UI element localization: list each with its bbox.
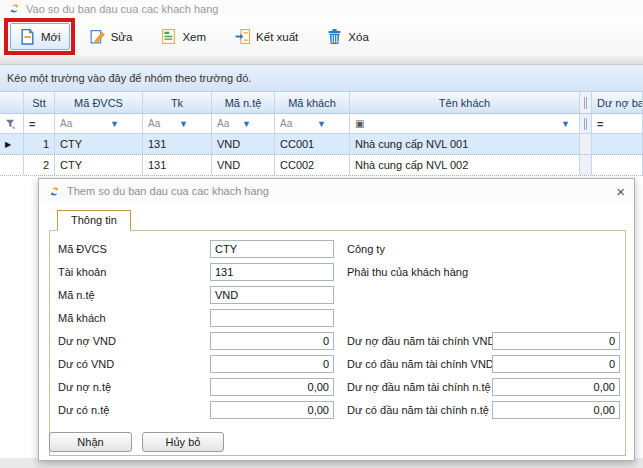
cell-ma-nte[interactable]: VND (212, 134, 275, 154)
delete-button-label: Xóa (348, 31, 368, 43)
cell-ma-khach[interactable]: CC002 (275, 155, 350, 175)
form-row-du-no-nte: Dư nợ n.tệ Dư nợ đầu năm tài chính n.tệ (50, 378, 625, 398)
column-header-ma-dvcs[interactable]: Mã ĐVCS (55, 92, 143, 113)
new-button-label: Mới (41, 31, 61, 43)
row-indicator (0, 155, 24, 175)
row-indicator-header (0, 92, 24, 113)
cancel-button[interactable]: Hủy bỏ (142, 432, 224, 452)
filter-ma-khach[interactable]: Aa▼ (275, 114, 350, 133)
filter-stt[interactable]: = (24, 114, 55, 133)
filter-ma-nte[interactable]: Aa▼ (212, 114, 275, 133)
view-button-label: Xem (182, 31, 206, 43)
edit-pencil-icon (89, 28, 106, 45)
field-label: Dư nợ n.tệ (58, 381, 111, 393)
column-header-ma-khach[interactable]: Mã khách (275, 92, 350, 113)
window-title: Vao so du ban dau cua cac khach hang (26, 3, 218, 15)
cell-du-no[interactable] (592, 155, 643, 175)
cell-ten-khach[interactable]: Nhà cung cấp NVL 001 (350, 134, 580, 154)
du-no-dau-nam-nte-input[interactable] (492, 378, 620, 396)
tab-thong-tin[interactable]: Thông tin (57, 210, 131, 231)
column-splitter (580, 134, 592, 154)
row-arrow-icon: ▶ (5, 140, 11, 149)
table-row[interactable]: 2 CTY 131 VND CC002 Nhà cung cấp NVL 002 (0, 155, 643, 176)
ma-nte-input[interactable] (210, 286, 334, 304)
cell-stt[interactable]: 2 (24, 155, 55, 175)
field-label: Mã ĐVCS (58, 243, 107, 255)
export-button[interactable]: Kết xuất (225, 23, 307, 50)
chevron-down-icon[interactable]: ▼ (179, 119, 188, 129)
field-label: Dư có VND (58, 358, 114, 370)
dialog-logo-icon (48, 185, 61, 198)
chevron-down-icon[interactable]: ▼ (317, 119, 326, 129)
filter-du-no[interactable]: = (592, 114, 643, 133)
app-logo-icon (8, 2, 21, 15)
filter-funnel-cell[interactable] (0, 114, 24, 133)
view-list-icon (160, 28, 177, 45)
table-row[interactable]: ▶ 1 CTY 131 VND CC001 Nhà cung cấp NVL 0… (0, 134, 643, 155)
du-co-vnd-input[interactable] (210, 355, 334, 373)
chevron-down-icon[interactable]: ▼ (242, 119, 251, 129)
text-filter-icon: Aa (148, 118, 160, 129)
window-header: Vao so du ban dau cua cac khach hang (0, 0, 643, 17)
du-no-dau-nam-vnd-input[interactable] (492, 332, 620, 350)
group-by-panel[interactable]: Kéo một trường vào đây để nhóm theo trườ… (0, 65, 643, 92)
accept-button[interactable]: Nhận (49, 432, 132, 452)
cell-ma-dvcs[interactable]: CTY (55, 155, 143, 175)
column-header-du-no-ban-dau[interactable]: Dư nợ ba (592, 92, 643, 113)
edit-button[interactable]: Sửa (80, 23, 142, 50)
form-row-du-co-nte: Dư có n.tệ Dư có đầu năm tài chính n.tệ (50, 401, 625, 421)
text-filter-icon: Aa (280, 118, 292, 129)
form-row-du-co-vnd: Dư có VND Dư có đầu năm tài chính VND (50, 355, 625, 375)
column-header-stt[interactable]: Stt (24, 92, 55, 113)
splitter-grip-icon (584, 118, 587, 130)
field-description: Phải thu của khách hàng (347, 266, 468, 278)
export-arrow-icon (234, 28, 251, 45)
field-label: Dư nợ VND (58, 335, 116, 347)
cell-ma-dvcs[interactable]: CTY (55, 134, 143, 154)
field-label: Dư có đầu năm tài chính VND (347, 358, 494, 370)
filter-tk[interactable]: Aa▼ (143, 114, 212, 133)
tai-khoan-input[interactable] (210, 263, 334, 281)
du-co-dau-nam-nte-input[interactable] (492, 401, 620, 419)
group-by-hint: Kéo một trường vào đây để nhóm theo trườ… (7, 72, 251, 84)
equals-filter-icon: = (597, 118, 603, 130)
filter-ten-khach[interactable]: ▣▼ (350, 114, 580, 133)
cell-stt[interactable]: 1 (24, 134, 55, 154)
du-co-nte-input[interactable] (210, 401, 334, 419)
toolbar: Mới Sửa Xem Kết xuất Xóa (0, 17, 643, 56)
cell-tk[interactable]: 131 (143, 134, 212, 154)
new-button[interactable]: Mới (10, 23, 70, 50)
column-header-ma-nte[interactable]: Mã n.tệ (212, 92, 275, 113)
form-row-ma-dvcs: Mã ĐVCS Công ty (50, 240, 625, 260)
cell-ten-khach[interactable]: Nhà cung cấp NVL 002 (350, 155, 580, 175)
funnel-icon (5, 118, 16, 129)
chevron-down-icon[interactable]: ▼ (110, 119, 119, 129)
box-filter-icon: ▣ (355, 118, 364, 129)
ma-khach-input[interactable] (210, 309, 334, 327)
delete-button[interactable]: Xóa (317, 23, 377, 50)
ma-dvcs-input[interactable] (210, 240, 334, 258)
cell-tk[interactable]: 131 (143, 155, 212, 175)
equals-filter-icon: = (29, 118, 35, 130)
field-label: Dư nợ đầu năm tài chính VND (347, 335, 495, 347)
field-label: Dư nợ đầu năm tài chính n.tệ (347, 381, 491, 393)
cell-du-no[interactable] (592, 134, 643, 154)
column-splitter[interactable] (580, 92, 592, 113)
column-header-ten-khach[interactable]: Tên khách (350, 92, 580, 113)
du-co-dau-nam-vnd-input[interactable] (492, 355, 620, 373)
cell-ma-nte[interactable]: VND (212, 155, 275, 175)
chevron-down-icon[interactable]: ▼ (561, 119, 570, 129)
dialog-titlebar[interactable]: Them so du ban dau cua cac khach hang × (39, 179, 634, 203)
filter-ma-dvcs[interactable]: Aa▼ (55, 114, 143, 133)
du-no-nte-input[interactable] (210, 378, 334, 396)
column-splitter[interactable] (580, 114, 592, 133)
form-row-ma-nte: Mã n.tệ (50, 286, 625, 306)
dialog-form-panel: Mã ĐVCS Công ty Tài khoản Phải thu của k… (49, 230, 626, 456)
view-button[interactable]: Xem (151, 23, 215, 50)
field-description: Công ty (347, 243, 385, 255)
column-header-tk[interactable]: Tk (143, 92, 212, 113)
field-label: Mã n.tệ (58, 289, 95, 301)
cell-ma-khach[interactable]: CC001 (275, 134, 350, 154)
close-icon[interactable]: × (616, 184, 625, 199)
du-no-vnd-input[interactable] (210, 332, 334, 350)
